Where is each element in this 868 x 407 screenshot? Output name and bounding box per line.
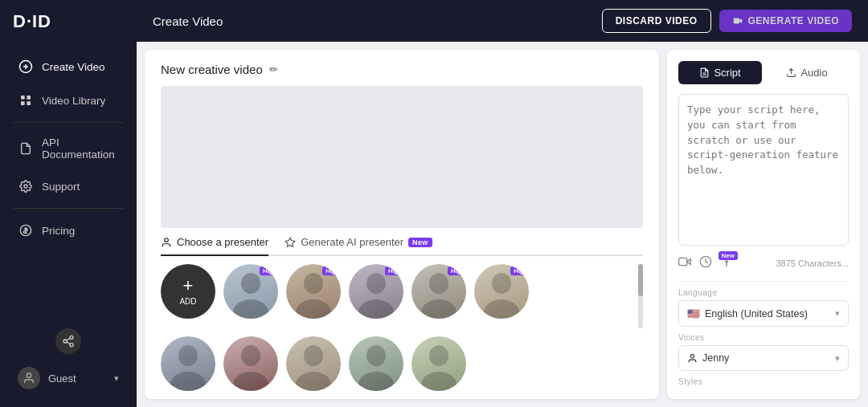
tab-script[interactable]: Script bbox=[678, 61, 762, 84]
chevron-down-icon: ▾ bbox=[835, 308, 840, 319]
svg-rect-41 bbox=[679, 258, 687, 265]
script-actions: New 3875 Characters... bbox=[678, 252, 849, 275]
add-presenter-button[interactable]: + ADD bbox=[161, 264, 215, 319]
presenter-tabs: Choose a presenter Generate AI presenter… bbox=[161, 236, 643, 256]
video-camera-icon[interactable] bbox=[678, 255, 691, 271]
script-divider bbox=[678, 281, 849, 282]
translate-icon[interactable]: New bbox=[720, 255, 733, 271]
svg-rect-5 bbox=[21, 101, 25, 105]
svg-rect-6 bbox=[27, 101, 31, 105]
svg-point-34 bbox=[358, 372, 394, 391]
flag-emoji: 🇺🇸 bbox=[687, 308, 700, 319]
presenter-item[interactable] bbox=[349, 336, 403, 391]
hq-badge: HQ bbox=[448, 267, 464, 275]
hq-badge: HQ bbox=[322, 267, 338, 275]
sidebar-item-label: API Documentation bbox=[42, 136, 119, 161]
chevron-down-icon: ▾ bbox=[114, 373, 119, 384]
discard-video-button[interactable]: DISCARD VIDEO bbox=[602, 9, 711, 33]
svg-point-26 bbox=[484, 299, 519, 319]
editor-panel: New creative video ✏ Choose a presenter bbox=[145, 50, 659, 399]
script-textarea[interactable] bbox=[678, 94, 849, 246]
timer-icon[interactable] bbox=[699, 255, 712, 271]
svg-marker-40 bbox=[687, 259, 691, 265]
presenter-item[interactable] bbox=[411, 336, 466, 391]
sidebar-item-video-library[interactable]: Video Library bbox=[5, 84, 132, 116]
language-label: Language bbox=[678, 288, 849, 297]
logo-text: D·ID bbox=[13, 11, 51, 32]
canvas-area bbox=[161, 86, 643, 228]
voices-select[interactable]: Jenny ▾ bbox=[678, 345, 849, 371]
svg-point-28 bbox=[170, 372, 206, 391]
main-content: Create Video DISCARD VIDEO GENERATE VIDE… bbox=[137, 0, 868, 407]
tab-generate-ai[interactable]: Generate AI presenter New bbox=[285, 236, 432, 256]
scrollbar-track[interactable] bbox=[638, 264, 643, 328]
presenter-item[interactable]: HQ bbox=[286, 264, 341, 319]
script-panel: Script Audio bbox=[667, 50, 860, 399]
presenter-item[interactable]: HQ bbox=[349, 264, 403, 319]
generate-video-button[interactable]: GENERATE VIDEO bbox=[719, 10, 852, 32]
sidebar-divider-2 bbox=[13, 208, 124, 209]
svg-point-22 bbox=[358, 299, 394, 319]
presenter-item[interactable]: HQ bbox=[411, 264, 466, 319]
svg-point-21 bbox=[366, 273, 386, 294]
sidebar-item-label: Video Library bbox=[42, 95, 105, 107]
presenter-item[interactable] bbox=[286, 336, 341, 391]
scrollbar-thumb[interactable] bbox=[638, 264, 643, 296]
upload-icon bbox=[786, 67, 796, 78]
svg-point-9 bbox=[70, 336, 73, 339]
presenter-item[interactable] bbox=[223, 336, 278, 391]
sidebar-item-create-video[interactable]: Create Video bbox=[5, 51, 132, 83]
svg-point-43 bbox=[690, 354, 694, 357]
avatar bbox=[18, 367, 40, 389]
language-value: English (United States) bbox=[705, 308, 835, 319]
tab-choose-label: Choose a presenter bbox=[177, 236, 268, 248]
language-select[interactable]: 🇺🇸 English (United States) ▾ bbox=[678, 300, 849, 327]
doc-icon bbox=[699, 67, 710, 78]
sidebar-item-api-docs[interactable]: API Documentation bbox=[5, 128, 132, 169]
gear-icon bbox=[18, 178, 34, 194]
presenter-section: Choose a presenter Generate AI presenter… bbox=[161, 228, 643, 399]
video-title-row: New creative video ✏ bbox=[161, 63, 643, 76]
presenter-item[interactable] bbox=[161, 336, 215, 391]
svg-point-29 bbox=[241, 345, 260, 366]
voices-label: Voices bbox=[678, 333, 849, 342]
script-action-icons: New bbox=[678, 255, 733, 271]
sidebar-item-label: Create Video bbox=[42, 61, 105, 73]
new-badge: New bbox=[408, 238, 432, 247]
topbar: Create Video DISCARD VIDEO GENERATE VIDE… bbox=[137, 0, 868, 42]
hq-badge: HQ bbox=[510, 267, 526, 275]
sidebar-item-label: Support bbox=[42, 181, 80, 193]
svg-point-35 bbox=[429, 345, 448, 366]
edit-title-icon[interactable]: ✏ bbox=[269, 63, 278, 75]
person-silhouette bbox=[286, 336, 341, 391]
char-count: 3875 Characters... bbox=[776, 258, 850, 268]
presenter-item[interactable]: HQ bbox=[223, 264, 278, 319]
share-button[interactable] bbox=[55, 328, 81, 354]
presenter-grid: + ADD HQ bbox=[161, 264, 635, 325]
voice-icon bbox=[687, 353, 698, 364]
sidebar-item-pricing[interactable]: Pricing bbox=[5, 214, 132, 246]
svg-point-10 bbox=[63, 340, 67, 343]
tab-choose-presenter[interactable]: Choose a presenter bbox=[161, 236, 268, 256]
hq-badge: HQ bbox=[260, 267, 276, 275]
tab-generate-label: Generate AI presenter bbox=[301, 236, 403, 248]
plus-circle-icon bbox=[18, 59, 34, 75]
styles-label: Styles bbox=[678, 377, 849, 386]
svg-rect-3 bbox=[21, 96, 25, 100]
dollar-icon bbox=[18, 222, 34, 238]
page-title: Create Video bbox=[153, 14, 223, 28]
user-name: Guest bbox=[48, 372, 76, 385]
tab-audio[interactable]: Audio bbox=[765, 61, 849, 84]
sidebar-bottom: Guest ▾ bbox=[0, 317, 137, 407]
user-section[interactable]: Guest ▾ bbox=[5, 360, 132, 396]
sidebar-nav: Create Video Video Library API Documenta… bbox=[0, 43, 137, 317]
svg-point-7 bbox=[24, 185, 27, 188]
presenter-item[interactable]: HQ bbox=[474, 264, 529, 319]
svg-point-14 bbox=[27, 373, 31, 377]
svg-point-11 bbox=[70, 344, 73, 347]
sidebar-item-support[interactable]: Support bbox=[5, 170, 132, 202]
svg-point-17 bbox=[241, 273, 260, 294]
svg-rect-4 bbox=[27, 96, 31, 100]
person-silhouette bbox=[349, 336, 403, 391]
hq-badge: HQ bbox=[385, 267, 401, 275]
